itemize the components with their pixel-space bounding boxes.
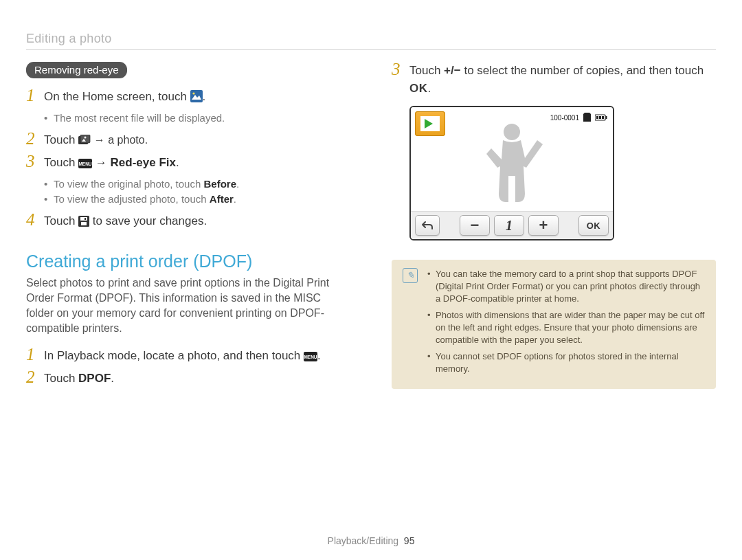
step-text: . <box>176 156 179 169</box>
step-text: . <box>111 372 114 385</box>
edit-photo-app-icon <box>190 90 203 108</box>
copies-count: 1 <box>494 215 524 236</box>
step-text: On the Home screen, touch <box>44 90 190 103</box>
step-text: . <box>428 82 431 95</box>
step-text: Touch <box>44 156 78 169</box>
bold-text: Red-eye Fix <box>111 156 176 169</box>
page-number: 95 <box>404 535 415 546</box>
svg-rect-10 <box>81 222 87 225</box>
section-intro: Select photos to print and save print op… <box>26 276 350 336</box>
info-callout: ✎ You can take the memory card to a prin… <box>392 260 716 389</box>
svg-rect-4 <box>80 135 90 143</box>
step-number: 1 <box>26 347 44 362</box>
ok-button[interactable]: OK <box>578 215 609 236</box>
step-number: 2 <box>26 131 44 146</box>
step-text: Touch <box>409 64 444 77</box>
note-icon: ✎ <box>403 268 418 283</box>
plus-minus-text: +/− <box>444 64 461 77</box>
header-divider <box>26 49 716 50</box>
step-body: On the Home screen, touch . <box>44 88 205 108</box>
battery-icon <box>595 114 607 122</box>
sub-step-text: The most recent file will be displayed. <box>44 111 350 126</box>
menu-icon: MENU <box>304 349 317 367</box>
svg-rect-9 <box>80 217 87 221</box>
step-number: 3 <box>26 154 44 169</box>
step-text: Touch <box>44 372 78 385</box>
step-body: In Playback mode, locate a photo, and th… <box>44 347 321 367</box>
arrow-text: → a photo. <box>94 134 148 146</box>
step-body: Touch → a photo. <box>44 131 148 151</box>
svg-rect-16 <box>596 116 598 119</box>
step-body: Touch MENU → Red-eye Fix. <box>44 154 179 174</box>
svg-text:MENU: MENU <box>79 161 92 166</box>
play-icon <box>420 116 440 131</box>
svg-rect-17 <box>599 116 601 119</box>
step-text: to save your changes. <box>93 214 207 227</box>
menu-icon: MENU <box>78 156 92 174</box>
photo-thumbnail-icon <box>78 133 91 151</box>
save-icon <box>78 214 89 232</box>
info-note: You cannot set DPOF options for photos s… <box>427 350 705 375</box>
step-text: → <box>95 156 111 169</box>
breadcrumb: Editing a photo <box>26 32 112 46</box>
step-text: Touch <box>44 214 78 227</box>
increment-button[interactable]: + <box>528 215 559 236</box>
svg-point-5 <box>85 137 87 139</box>
step-text: In Playback mode, locate a photo, and th… <box>44 349 304 362</box>
step-number: 2 <box>26 370 44 385</box>
removing-red-eye-pill: Removing red-eye <box>26 62 127 78</box>
left-column: Removing red-eye 1 On the Home screen, t… <box>26 62 350 390</box>
step-body: Touch +/− to select the number of copies… <box>409 62 716 98</box>
svg-rect-18 <box>602 116 604 119</box>
bold-text: DPOF <box>78 372 111 385</box>
ok-text: OK <box>409 82 428 95</box>
camera-lcd-preview: 100-0001 <box>409 106 614 240</box>
sub-step-text: To view the original photo, touch Before… <box>44 177 350 192</box>
svg-rect-11 <box>85 218 86 220</box>
page-footer: Playback/Editing 95 <box>0 535 742 546</box>
decrement-button[interactable]: − <box>460 215 490 236</box>
step-text: . <box>317 349 321 362</box>
step-text: to select the number of copies, and then… <box>461 64 704 77</box>
sub-step-text: To view the adjusted photo, touch After. <box>44 192 350 207</box>
back-button[interactable] <box>415 215 440 236</box>
right-column: 3 Touch +/− to select the number of copi… <box>392 62 716 390</box>
svg-point-19 <box>504 124 520 140</box>
step-text: Touch <box>44 133 78 146</box>
footer-section: Playback/Editing <box>328 535 399 546</box>
svg-point-2 <box>192 92 194 94</box>
step-body: Touch DPOF. <box>44 370 114 388</box>
step-number: 1 <box>26 88 44 103</box>
svg-rect-0 <box>190 90 203 102</box>
svg-rect-15 <box>606 116 607 119</box>
svg-text:MENU: MENU <box>304 355 317 359</box>
step-number: 4 <box>26 212 44 227</box>
playback-thumbnail-button[interactable] <box>415 111 445 136</box>
back-arrow-icon <box>421 220 434 231</box>
info-note: Photos with dimensions that are wider th… <box>427 309 705 346</box>
step-number: 3 <box>392 62 409 77</box>
step-body: Touch to save your changes. <box>44 212 207 232</box>
manual-page: Editing a photo Removing red-eye 1 On th… <box>0 0 742 560</box>
info-note: You can take the memory card to a print … <box>427 268 705 305</box>
memory-card-icon <box>583 113 591 123</box>
section-title-dpof: Creating a print order (DPOF) <box>26 251 350 271</box>
person-silhouette <box>467 120 556 209</box>
